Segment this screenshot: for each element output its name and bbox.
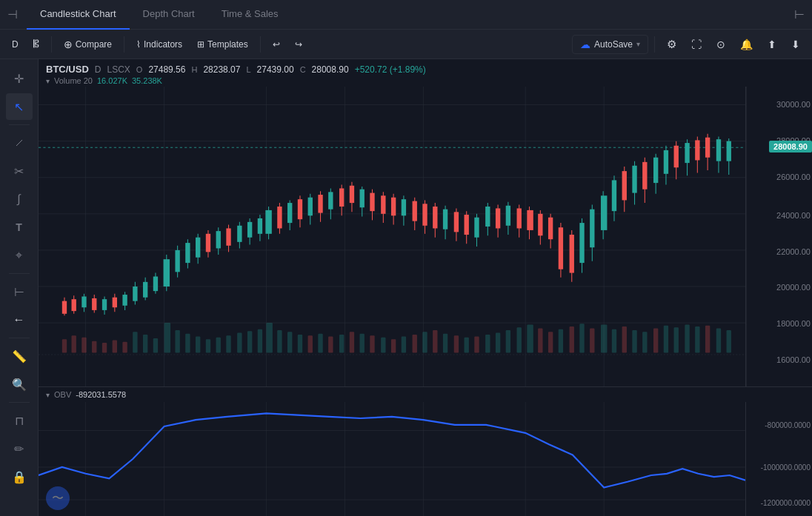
upload-button[interactable]: ⬆ [762,36,782,53]
svg-rect-44 [350,332,354,352]
plus-circle-icon: ⊕ [64,38,73,50]
svg-rect-128 [298,199,302,219]
current-price-tag: 28008.90 [769,141,812,153]
back-tool[interactable]: ← [6,306,33,333]
tab-bar: ⊣ Candlestick Chart Depth Chart Time & S… [0,0,812,30]
svg-rect-74 [664,326,668,353]
ruler-tool[interactable]: 📏 [6,343,33,369]
svg-rect-182 [579,223,584,263]
svg-rect-198 [664,150,668,174]
indicators-icon: ⌇ [136,39,141,50]
obv-chart[interactable]: 〜 [39,402,745,516]
toolbar: D 𝄡 ⊕ Compare ⌇ Indicators ⊞ Templates ↩… [0,30,812,59]
redo-button[interactable]: ↪ [289,36,308,53]
alert-button[interactable]: 🔔 [734,36,759,53]
indicators-button[interactable]: ⌇ Indicators [130,36,188,53]
text-tool[interactable]: T [6,214,33,241]
templates-button[interactable]: ⊞ Templates [191,36,254,53]
price-30000: 30000.00 [776,100,811,109]
svg-rect-24 [143,335,147,353]
node-tool[interactable]: ⌖ [6,242,33,269]
svg-rect-20 [102,343,107,353]
magnet-tool[interactable]: ⊓ [6,407,33,434]
chart-type-icon: 𝄡 [33,38,39,50]
svg-rect-130 [308,198,313,216]
svg-rect-168 [506,206,510,226]
gear-icon: ⚙ [667,38,676,51]
svg-rect-148 [402,199,406,215]
lock2-tool[interactable]: 🔒 [6,463,33,490]
tab-depth[interactable]: Depth Chart [130,0,208,30]
compare-button[interactable]: ⊕ Compare [58,36,118,53]
svg-rect-188 [612,180,616,211]
curve-tool[interactable]: ∫ [6,186,33,212]
svg-rect-26 [164,323,170,353]
svg-rect-72 [642,332,647,352]
tab-timesales[interactable]: Time & Sales [208,0,292,30]
undo-button[interactable]: ↩ [267,36,286,53]
svg-rect-54 [454,335,459,352]
obv-label: OBV [54,390,71,399]
camera-button[interactable]: ⊙ [710,36,731,53]
svg-rect-60 [517,327,522,352]
autosave-button[interactable]: ☁ AutoSave ▾ [572,35,648,54]
chart-type-button[interactable]: 𝄡 [27,35,45,53]
timeframe-button[interactable]: D [6,36,24,53]
collapse-right-icon[interactable]: ⊢ [794,7,805,21]
svg-rect-140 [360,190,365,208]
svg-rect-33 [237,333,242,353]
symbol-pair: BTC/USD [46,64,89,75]
svg-rect-40 [308,335,313,352]
settings-button[interactable]: ⚙ [661,35,682,54]
svg-rect-68 [601,325,607,353]
volume-val1: 16.027K [97,76,127,85]
zoom-tool[interactable]: 🔍 [6,371,33,398]
svg-rect-82 [62,301,67,314]
crosshair-tool[interactable]: ✛ [6,65,33,92]
scissors-tool[interactable]: ✂ [6,158,33,184]
collapse-left-icon[interactable]: ⊣ [7,7,18,21]
toolbar-divider-4 [654,36,655,53]
svg-rect-62 [538,328,542,352]
arrow-tool[interactable]: ↖ [6,93,33,120]
svg-rect-98 [143,282,147,298]
candlestick-chart[interactable] [39,87,745,386]
price-change: +520.72 (+1.89%) [355,64,426,75]
measure-tool[interactable]: ⊢ [6,278,33,305]
svg-rect-55 [465,338,469,353]
svg-rect-194 [642,162,647,190]
fullscreen-button[interactable]: ⛶ [685,36,708,53]
svg-rect-142 [370,193,374,212]
svg-rect-42 [328,337,333,353]
tab-candlestick[interactable]: Candlestick Chart [27,0,130,30]
svg-rect-37 [277,330,282,353]
svg-rect-75 [674,327,679,352]
trend-line-tool[interactable]: ⟋ [6,130,33,156]
svg-rect-178 [559,227,563,269]
svg-rect-136 [339,188,344,207]
svg-rect-77 [695,326,699,353]
svg-rect-67 [590,328,594,352]
svg-rect-126 [287,203,292,223]
svg-rect-138 [350,186,354,203]
svg-rect-96 [133,287,137,301]
svg-rect-32 [226,335,230,352]
obv-toggle[interactable]: ▾ [46,391,50,399]
svg-rect-27 [175,330,179,353]
svg-rect-190 [622,171,627,200]
volume-val2: 35.238K [132,76,162,85]
download-button[interactable]: ⬇ [785,36,806,53]
price-18000: 18000.00 [776,319,811,328]
high-label: H [191,65,197,74]
svg-rect-57 [485,335,490,353]
lock-tool[interactable]: ✏ [6,435,33,462]
tool-separator-4 [9,402,30,403]
svg-rect-208 [716,139,721,161]
svg-rect-63 [548,332,553,352]
tool-separator-3 [9,338,30,338]
svg-rect-166 [496,208,500,228]
svg-rect-164 [485,207,490,227]
svg-rect-186 [601,195,607,230]
svg-rect-156 [443,210,447,229]
volume-toggle[interactable]: ▾ [46,77,50,85]
